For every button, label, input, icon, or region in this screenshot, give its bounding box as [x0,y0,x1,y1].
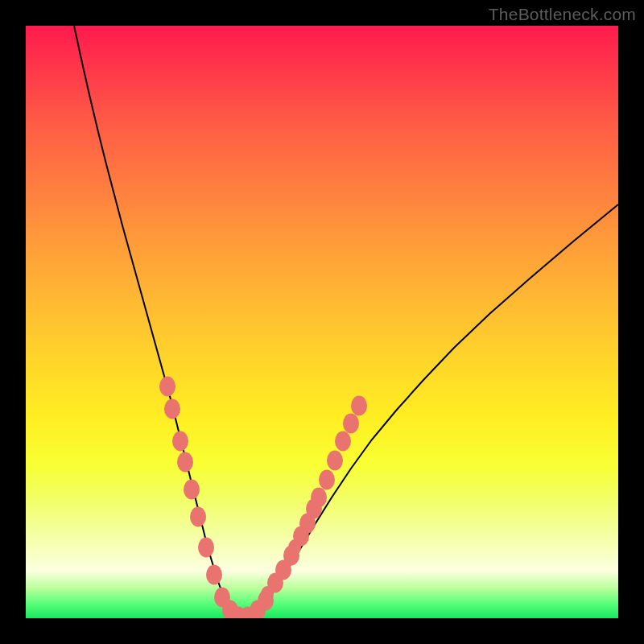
highlight-dot [327,451,343,471]
highlight-dot [190,507,206,527]
highlight-dot [343,414,359,434]
highlight-dots-group [159,377,367,619]
highlight-dot [351,396,367,416]
highlight-dot [164,399,180,419]
highlight-dot [335,431,351,452]
highlight-dot [159,377,175,397]
plot-area [26,26,618,618]
watermark-text: TheBottleneck.com [489,5,636,24]
bottleneck-curve [74,26,618,618]
highlight-dot [198,538,214,558]
highlight-dot [184,480,200,500]
curve-svg [26,26,618,618]
highlight-dot [177,452,193,473]
highlight-dot [172,431,188,452]
highlight-dot [319,470,335,490]
highlight-dot [311,488,327,508]
chart-frame: TheBottleneck.com [0,0,644,644]
highlight-dot [206,565,222,585]
